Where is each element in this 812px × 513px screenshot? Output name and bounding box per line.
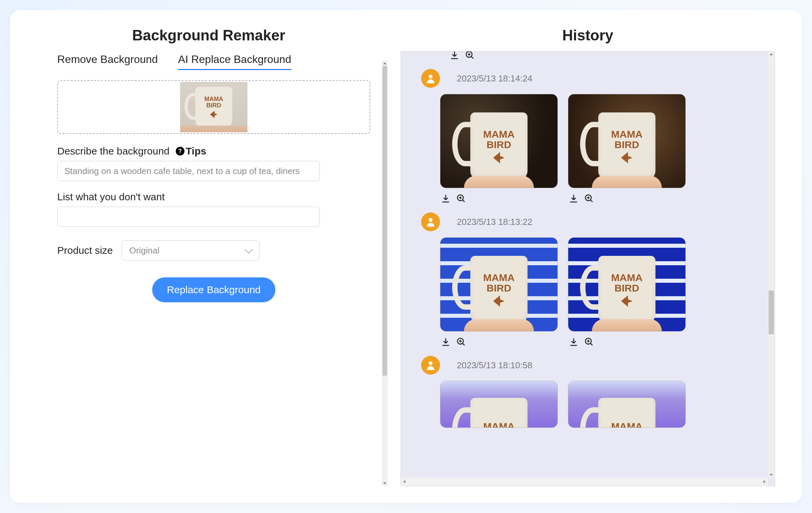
- download-icon: [441, 194, 451, 204]
- left-scrollbar[interactable]: [382, 61, 388, 486]
- bird-icon: [621, 295, 633, 307]
- question-icon: ?: [176, 147, 184, 155]
- uploaded-image-thumbnail[interactable]: MAMA BIRD: [180, 82, 248, 132]
- describe-label-row: Describe the background ? Tips: [57, 145, 370, 157]
- zoom-button[interactable]: [464, 52, 476, 61]
- history-item-peek-actions: [449, 52, 748, 61]
- bird-icon: [493, 295, 505, 307]
- hand-graphic: [180, 125, 248, 132]
- mug-text-line1: MAMA: [204, 96, 223, 102]
- history-image-col: MAMABIRD: [440, 94, 558, 204]
- zoom-button[interactable]: [583, 336, 595, 348]
- bird-icon: [210, 111, 218, 118]
- history-result-image[interactable]: MAMABIRD: [568, 237, 686, 332]
- zoom-button[interactable]: [456, 193, 467, 204]
- exclude-input[interactable]: [57, 207, 320, 227]
- download-button[interactable]: [440, 336, 452, 348]
- product-size-label: Product size: [57, 245, 113, 256]
- zoom-in-icon: [584, 194, 594, 204]
- history-image-col: MAMABIRD: [440, 237, 558, 348]
- tab-ai-replace-background[interactable]: AI Replace Background: [178, 53, 291, 70]
- avatar: [421, 69, 440, 88]
- right-panel: History 2023/5/: [401, 27, 775, 486]
- download-icon: [569, 337, 579, 347]
- download-icon: [441, 337, 451, 347]
- hand-graphic: [464, 176, 534, 188]
- svg-point-7: [429, 362, 432, 365]
- bird-icon: [621, 152, 633, 164]
- download-button[interactable]: [568, 336, 579, 348]
- left-panel: Background Remaker Remove Background AI …: [37, 27, 380, 486]
- download-button[interactable]: [449, 52, 460, 61]
- zoom-in-icon: [584, 337, 594, 347]
- download-icon: [569, 194, 579, 204]
- history-item: 2023/5/13 18:14:24 MAMABIRD: [421, 69, 748, 204]
- download-button[interactable]: [440, 193, 452, 204]
- product-size-value: Original: [129, 246, 160, 256]
- bird-icon: [493, 152, 505, 164]
- history-vertical-scrollbar[interactable]: [768, 52, 775, 478]
- user-icon: [425, 73, 436, 84]
- zoom-button[interactable]: [583, 193, 595, 204]
- tips-link[interactable]: ? Tips: [176, 145, 206, 157]
- scroll-down-icon: [770, 474, 773, 476]
- history-result-image[interactable]: MAMABIRD: [568, 381, 686, 428]
- history-item-header: 2023/5/13 18:14:24: [421, 69, 748, 88]
- hand-graphic: [464, 319, 534, 331]
- user-icon: [425, 216, 436, 228]
- tab-row: Remove Background AI Replace Background: [37, 53, 380, 70]
- history-item: 2023/5/13 18:10:58 MAMABIRD MAMABIRD: [421, 356, 748, 428]
- download-button[interactable]: [568, 193, 579, 204]
- history-image-col: MAMABIRD: [568, 94, 686, 204]
- hand-graphic: [592, 176, 662, 188]
- left-title: Background Remaker: [37, 27, 380, 44]
- upload-dropzone[interactable]: MAMA BIRD: [57, 80, 370, 134]
- history-title: History: [401, 27, 775, 44]
- product-size-select[interactable]: Original: [121, 240, 260, 260]
- scroll-down-icon: [383, 482, 386, 484]
- history-image-col: MAMABIRD: [568, 237, 686, 348]
- tab-remove-background[interactable]: Remove Background: [57, 53, 158, 70]
- app-card: Background Remaker Remove Background AI …: [10, 10, 802, 503]
- history-box: 2023/5/13 18:14:24 MAMABIRD: [401, 51, 775, 486]
- user-icon: [425, 360, 436, 371]
- hand-graphic: [592, 319, 662, 331]
- history-horizontal-scrollbar[interactable]: [401, 478, 768, 486]
- history-image-row: MAMABIRD MAMABIRD: [440, 237, 748, 348]
- svg-point-4: [429, 218, 432, 222]
- history-timestamp: 2023/5/13 18:10:58: [457, 360, 532, 371]
- describe-label: Describe the background: [57, 145, 170, 157]
- history-image-row: MAMABIRD MAMABIRD: [440, 94, 748, 204]
- left-scrollbar-thumb[interactable]: [382, 66, 387, 376]
- history-result-image[interactable]: MAMABIRD: [568, 94, 686, 188]
- history-result-image[interactable]: MAMABIRD: [440, 381, 558, 428]
- history-timestamp: 2023/5/13 18:13:22: [457, 217, 532, 227]
- history-result-image[interactable]: MAMABIRD: [440, 94, 558, 188]
- replace-background-button[interactable]: Replace Background: [152, 277, 276, 302]
- left-content: MAMA BIRD Describe the background ? Tips…: [37, 80, 380, 302]
- history-timestamp: 2023/5/13 18:14:24: [457, 74, 532, 84]
- tips-label: Tips: [186, 145, 206, 157]
- history-item-header: 2023/5/13 18:10:58: [421, 356, 748, 375]
- history-image-col: MAMABIRD: [440, 381, 558, 428]
- chevron-down-icon: [244, 245, 253, 254]
- product-size-row: Product size Original: [57, 240, 370, 260]
- history-scrollbar-thumb[interactable]: [768, 290, 774, 334]
- describe-input[interactable]: [57, 161, 320, 181]
- svg-point-1: [429, 75, 432, 79]
- mug-text-line2: BIRD: [206, 102, 221, 109]
- history-content[interactable]: 2023/5/13 18:14:24 MAMABIRD: [401, 52, 768, 478]
- exclude-label: List what you don't want: [57, 191, 370, 203]
- scroll-up-icon: [383, 62, 386, 64]
- zoom-in-icon: [456, 337, 466, 347]
- history-item: 2023/5/13 18:13:22 MAMABIRD: [421, 212, 748, 348]
- download-icon: [450, 52, 460, 60]
- history-item-header: 2023/5/13 18:13:22: [421, 212, 748, 231]
- history-image-col: MAMABIRD: [568, 381, 686, 428]
- scroll-left-icon: [403, 480, 405, 483]
- scroll-right-icon: [763, 480, 765, 483]
- zoom-button[interactable]: [456, 336, 467, 348]
- avatar: [421, 356, 440, 375]
- avatar: [421, 212, 440, 231]
- history-result-image[interactable]: MAMABIRD: [440, 237, 558, 332]
